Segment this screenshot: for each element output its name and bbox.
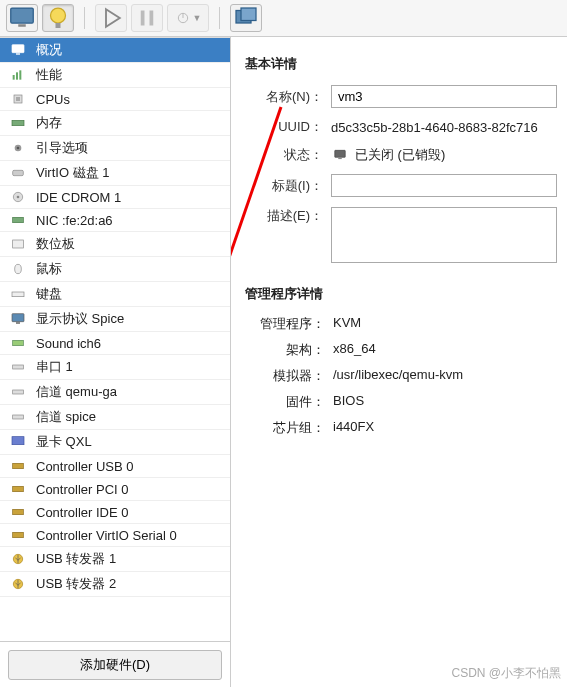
svg-point-22 xyxy=(17,196,20,199)
sidebar-item-label: Controller VirtIO Serial 0 xyxy=(36,528,177,543)
run-button[interactable] xyxy=(95,4,127,32)
sidebar-item-11[interactable]: 显示协议 Spice xyxy=(0,307,230,332)
sidebar-item-label: 引导选项 xyxy=(36,139,88,157)
svg-rect-10 xyxy=(12,45,24,53)
sidebar-item-label: 显卡 QXL xyxy=(36,433,92,451)
sidebar-item-14[interactable]: 信道 qemu-ga xyxy=(0,380,230,405)
svg-rect-0 xyxy=(11,8,34,23)
svg-rect-29 xyxy=(13,340,24,345)
add-hardware-button[interactable]: 添加硬件(D) xyxy=(8,650,222,680)
disk-icon xyxy=(8,165,28,181)
sidebar-item-label: USB 转发器 2 xyxy=(36,575,116,593)
uuid-label: UUID： xyxy=(245,118,331,136)
sidebar-item-label: 内存 xyxy=(36,114,62,132)
sidebar-item-18[interactable]: Controller PCI 0 xyxy=(0,478,230,501)
sidebar-item-13[interactable]: 串口 1 xyxy=(0,355,230,380)
toolbar-separator xyxy=(84,7,85,29)
svg-point-2 xyxy=(51,8,66,23)
svg-rect-12 xyxy=(13,75,15,80)
svg-rect-16 xyxy=(16,97,20,101)
sidebar-item-label: Sound ich6 xyxy=(36,336,101,351)
title-label: 标题(I)： xyxy=(245,177,331,195)
sidebar-item-9[interactable]: 鼠标 xyxy=(0,257,230,282)
usb-icon xyxy=(8,551,28,567)
basic-details-heading: 基本详情 xyxy=(245,55,557,73)
firmware-label: 固件： xyxy=(245,393,333,411)
sidebar-item-label: Controller PCI 0 xyxy=(36,482,128,497)
sidebar-item-5[interactable]: VirtIO 磁盘 1 xyxy=(0,161,230,186)
port-icon xyxy=(8,409,28,425)
emulator-label: 模拟器： xyxy=(245,367,333,385)
svg-rect-41 xyxy=(338,158,342,159)
arch-label: 架构： xyxy=(245,341,333,359)
sidebar-item-17[interactable]: Controller USB 0 xyxy=(0,455,230,478)
sidebar-item-3[interactable]: 内存 xyxy=(0,111,230,136)
sidebar-item-16[interactable]: 显卡 QXL xyxy=(0,430,230,455)
play-icon xyxy=(96,3,126,33)
sidebar-item-label: Controller USB 0 xyxy=(36,459,134,474)
svg-rect-36 xyxy=(13,509,24,514)
sidebar-item-label: 性能 xyxy=(36,66,62,84)
cpu-icon xyxy=(8,91,28,107)
status-icon xyxy=(331,148,349,162)
details-panel: 基本详情 名称(N)： UUID： d5c33c5b-28b1-4640-868… xyxy=(231,37,567,687)
sidebar-item-7[interactable]: NIC :fe:2d:a6 xyxy=(0,209,230,232)
arch-value: x86_64 xyxy=(333,341,376,359)
gear-icon xyxy=(8,140,28,156)
monitor-icon xyxy=(7,3,37,33)
hypervisor-label: 管理程序： xyxy=(245,315,333,333)
chart-icon xyxy=(8,67,28,83)
svg-rect-24 xyxy=(13,240,24,248)
chevron-down-icon: ▼ xyxy=(193,13,202,23)
sidebar-item-0[interactable]: 概况 xyxy=(0,38,230,63)
sidebar-item-6[interactable]: IDE CDROM 1 xyxy=(0,186,230,209)
controller-icon xyxy=(8,504,28,520)
description-input[interactable] xyxy=(331,207,557,263)
sidebar-item-12[interactable]: Sound ich6 xyxy=(0,332,230,355)
svg-rect-31 xyxy=(13,390,24,394)
svg-rect-32 xyxy=(13,415,24,419)
sidebar-item-20[interactable]: Controller VirtIO Serial 0 xyxy=(0,524,230,547)
watermark: CSDN @小李不怕黑 xyxy=(451,665,561,682)
mouse-icon xyxy=(8,261,28,277)
nic-icon xyxy=(8,212,28,228)
sidebar-item-19[interactable]: Controller IDE 0 xyxy=(0,501,230,524)
emulator-value: /usr/libexec/qemu-kvm xyxy=(333,367,463,385)
svg-rect-27 xyxy=(12,314,24,322)
svg-rect-5 xyxy=(150,11,154,26)
name-label: 名称(N)： xyxy=(245,88,331,106)
pause-button[interactable] xyxy=(131,4,163,32)
svg-rect-34 xyxy=(13,463,24,468)
sidebar-item-8[interactable]: 数位板 xyxy=(0,232,230,257)
sidebar-item-label: USB 转发器 1 xyxy=(36,550,116,568)
uuid-value: d5c33c5b-28b1-4640-8683-82fc716 xyxy=(331,120,557,135)
name-input[interactable] xyxy=(331,85,557,108)
svg-rect-14 xyxy=(19,70,21,79)
svg-rect-37 xyxy=(13,532,24,537)
port-icon xyxy=(8,359,28,375)
console-view-button[interactable] xyxy=(6,4,38,32)
toolbar: ▼ xyxy=(0,0,567,37)
sidebar-item-22[interactable]: USB 转发器 2 xyxy=(0,572,230,597)
sidebar-item-4[interactable]: 引导选项 xyxy=(0,136,230,161)
sidebar-item-label: 数位板 xyxy=(36,235,75,253)
details-view-button[interactable] xyxy=(42,4,74,32)
controller-icon xyxy=(8,527,28,543)
sidebar-item-10[interactable]: 键盘 xyxy=(0,282,230,307)
sidebar-item-label: 串口 1 xyxy=(36,358,73,376)
cdrom-icon xyxy=(8,189,28,205)
sidebar-item-label: VirtIO 磁盘 1 xyxy=(36,164,109,182)
chipset-value: i440FX xyxy=(333,419,374,437)
shutdown-button[interactable]: ▼ xyxy=(167,4,209,32)
sidebar-item-1[interactable]: 性能 xyxy=(0,63,230,88)
sidebar-item-label: 鼠标 xyxy=(36,260,62,278)
controller-icon xyxy=(8,481,28,497)
sidebar-item-21[interactable]: USB 转发器 1 xyxy=(0,547,230,572)
sidebar-item-label: 信道 qemu-ga xyxy=(36,383,117,401)
toolbar-separator xyxy=(219,7,220,29)
svg-rect-30 xyxy=(13,365,24,369)
sidebar-item-15[interactable]: 信道 spice xyxy=(0,405,230,430)
title-input[interactable] xyxy=(331,174,557,197)
fullscreen-button[interactable] xyxy=(230,4,262,32)
sidebar-item-2[interactable]: CPUs xyxy=(0,88,230,111)
